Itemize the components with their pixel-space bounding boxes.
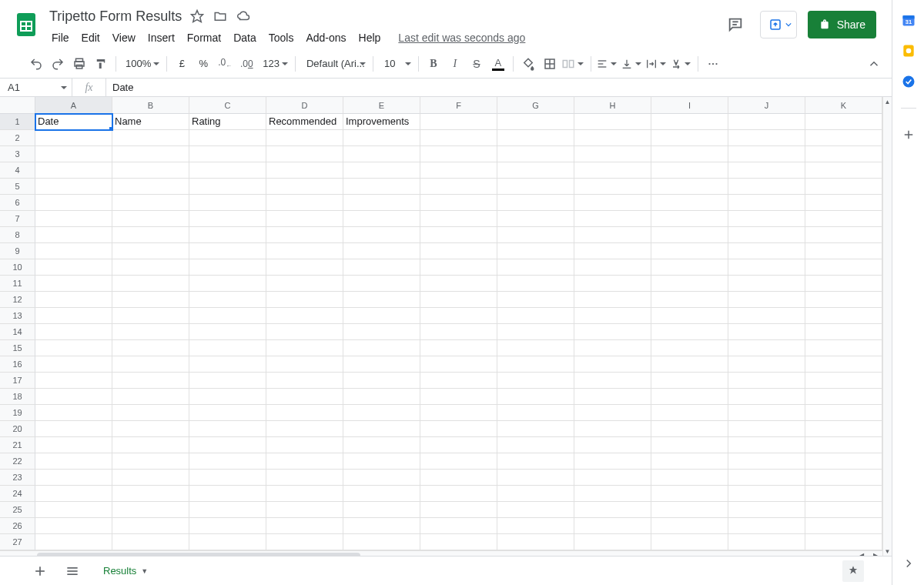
cell[interactable] [266,211,343,227]
cell[interactable] [266,243,343,259]
cell[interactable] [497,114,574,130]
cell[interactable] [189,292,266,308]
cell[interactable] [343,292,420,308]
cell[interactable] [420,227,497,243]
row-header[interactable]: 8 [0,227,35,243]
row-header[interactable]: 20 [0,421,35,437]
cell[interactable] [574,389,651,405]
select-all-corner[interactable] [0,97,35,114]
cell[interactable] [574,243,651,259]
cell[interactable] [497,389,574,405]
cell[interactable] [35,470,112,486]
cell[interactable] [112,453,189,470]
cell[interactable] [420,486,497,502]
cell[interactable] [343,227,420,243]
cell[interactable] [728,324,805,340]
cell[interactable] [420,405,497,421]
cell[interactable] [343,340,420,356]
cell[interactable] [728,276,805,292]
row-header[interactable]: 27 [0,534,35,550]
cell[interactable] [189,534,266,550]
cell[interactable] [805,486,882,502]
cell[interactable] [112,308,189,324]
row-header[interactable]: 12 [0,292,35,308]
cell[interactable] [343,373,420,389]
cell[interactable] [805,308,882,324]
row-header[interactable]: 16 [0,356,35,373]
explore-button[interactable] [842,560,864,582]
cell[interactable] [112,437,189,453]
cell[interactable] [574,227,651,243]
cell[interactable] [112,373,189,389]
borders-button[interactable] [540,54,560,74]
cell[interactable] [574,373,651,389]
row-header[interactable]: 2 [0,130,35,146]
cell[interactable] [805,389,882,405]
cell[interactable] [343,502,420,518]
cell[interactable] [35,179,112,195]
menu-addons[interactable]: Add-ons [300,28,351,47]
cell[interactable] [805,518,882,534]
calendar-icon[interactable]: 31 [901,12,916,28]
row-header[interactable]: 21 [0,437,35,453]
cell[interactable] [35,534,112,550]
cell[interactable] [728,243,805,259]
cell[interactable] [343,146,420,162]
cell[interactable] [420,340,497,356]
cell[interactable] [728,179,805,195]
cell[interactable] [343,389,420,405]
cell[interactable] [189,259,266,276]
cell[interactable] [651,292,728,308]
cell[interactable] [497,324,574,340]
cell[interactable] [343,453,420,470]
decrease-decimal-button[interactable]: .0← [215,54,235,74]
cell[interactable] [420,308,497,324]
cell[interactable] [420,421,497,437]
cell[interactable] [497,356,574,373]
row-header[interactable]: 3 [0,146,35,162]
cell[interactable] [420,453,497,470]
cell[interactable] [651,130,728,146]
merge-cells-button[interactable] [561,54,586,74]
cell[interactable] [35,292,112,308]
column-header[interactable]: B [112,97,189,114]
cell[interactable] [651,502,728,518]
column-header[interactable]: K [805,97,882,114]
cell[interactable] [728,356,805,373]
cell[interactable] [728,162,805,179]
scroll-down-icon[interactable]: ▼ [883,547,892,556]
cell[interactable] [266,437,343,453]
cell[interactable] [266,276,343,292]
cell[interactable] [189,243,266,259]
cell[interactable] [35,356,112,373]
column-header[interactable]: F [420,97,497,114]
cell[interactable] [574,195,651,211]
star-icon[interactable] [189,8,205,24]
cell[interactable] [651,276,728,292]
cell[interactable] [497,162,574,179]
cell[interactable] [343,130,420,146]
cell[interactable] [343,308,420,324]
cell[interactable] [651,146,728,162]
increase-decimal-button[interactable]: .00 [236,54,256,74]
cell[interactable] [35,437,112,453]
row-header[interactable]: 24 [0,486,35,502]
cell[interactable] [497,276,574,292]
cell[interactable] [189,211,266,227]
cell[interactable] [574,502,651,518]
cell[interactable] [805,470,882,486]
cell[interactable] [805,276,882,292]
cell[interactable] [35,340,112,356]
cell[interactable] [112,486,189,502]
cell[interactable] [266,130,343,146]
cell[interactable] [420,437,497,453]
cloud-status-icon[interactable] [236,8,251,24]
cell[interactable] [343,518,420,534]
cell[interactable] [805,243,882,259]
cell[interactable] [805,405,882,421]
cell[interactable] [343,211,420,227]
scroll-up-icon[interactable]: ▲ [883,97,892,106]
cell[interactable] [728,437,805,453]
cell[interactable] [497,437,574,453]
cell[interactable] [112,518,189,534]
